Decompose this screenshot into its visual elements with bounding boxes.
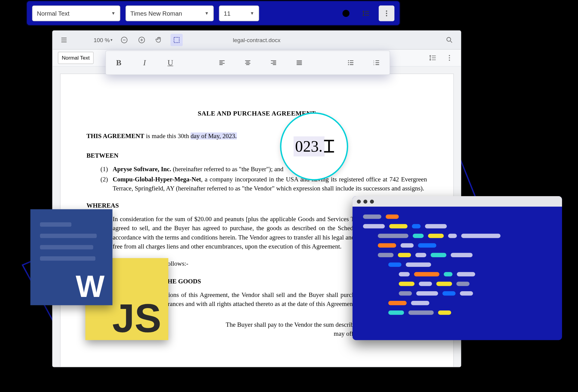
align-justify-button[interactable] bbox=[293, 56, 306, 69]
font-size-label: 11 bbox=[224, 10, 231, 17]
svg-text:1: 1 bbox=[373, 59, 374, 61]
pan-tool-button[interactable] bbox=[153, 34, 165, 46]
paragraph-style-select[interactable]: Normal Text ▼ bbox=[32, 5, 120, 21]
svg-point-11 bbox=[348, 60, 349, 61]
chevron-down-icon: ▾ bbox=[110, 38, 113, 42]
align-right-icon bbox=[269, 59, 277, 66]
party2-name: Compu-Global-Hyper-Mega-Net bbox=[113, 175, 201, 182]
code-line bbox=[363, 253, 552, 257]
window-control-dot bbox=[363, 199, 367, 203]
floating-format-toolbar: B I U 123 bbox=[105, 50, 390, 75]
svg-point-13 bbox=[348, 64, 349, 65]
line-spacing-button-2[interactable] bbox=[427, 52, 439, 64]
list-item: Compu-Global-Hyper-Mega-Net, a company i… bbox=[113, 174, 427, 193]
secondary-style-label: Normal Text bbox=[62, 55, 90, 61]
line-spacing-icon bbox=[429, 54, 437, 62]
zoom-level-display[interactable]: 100 % ▾ bbox=[94, 37, 113, 43]
svg-text:2: 2 bbox=[373, 61, 374, 63]
svg-point-10 bbox=[449, 60, 450, 61]
js-letters: JS bbox=[112, 298, 161, 338]
selected-text[interactable]: day of May, 2023. bbox=[191, 132, 237, 139]
marquee-select-button[interactable] bbox=[170, 34, 183, 46]
code-line bbox=[363, 272, 552, 276]
selection-icon bbox=[172, 36, 180, 44]
paragraph-style-label: Normal Text bbox=[37, 10, 70, 17]
svg-point-2 bbox=[386, 12, 387, 14]
code-line bbox=[363, 310, 552, 315]
menu-button[interactable] bbox=[58, 34, 70, 46]
numbered-list-button[interactable]: 123 bbox=[370, 56, 383, 69]
intro-text: is made this 30th bbox=[144, 132, 191, 139]
intro-paragraph: THIS AGREEMENT is made this 30th day of … bbox=[86, 131, 427, 140]
party1-name: Apryse Software, Inc. bbox=[113, 165, 171, 172]
document-filename: legal-contract.docx bbox=[233, 37, 281, 43]
more-options-button[interactable] bbox=[379, 5, 394, 21]
align-right-button[interactable] bbox=[267, 56, 280, 69]
badge-line bbox=[40, 256, 95, 261]
word-document-badge: W bbox=[30, 209, 113, 305]
svg-text:3: 3 bbox=[373, 63, 374, 66]
minus-circle-icon bbox=[120, 36, 128, 44]
align-center-button[interactable] bbox=[241, 56, 254, 69]
magnified-text: 023. bbox=[294, 136, 325, 156]
align-left-icon bbox=[218, 59, 226, 66]
bullet-list-button[interactable] bbox=[344, 56, 358, 69]
word-w-letter: W bbox=[76, 271, 105, 302]
code-line bbox=[363, 262, 552, 267]
align-center-icon bbox=[244, 59, 252, 66]
window-control-dot bbox=[357, 199, 361, 203]
font-size-select[interactable]: 11 ▼ bbox=[219, 5, 259, 21]
svg-point-1 bbox=[386, 10, 387, 11]
code-editor-window bbox=[353, 196, 562, 340]
more-button-2[interactable] bbox=[443, 52, 456, 64]
zoom-out-button[interactable] bbox=[118, 34, 130, 46]
zoom-in-button[interactable] bbox=[135, 34, 148, 46]
italic-button[interactable]: I bbox=[138, 56, 151, 69]
code-line bbox=[363, 282, 552, 286]
search-button[interactable] bbox=[443, 34, 456, 46]
code-line bbox=[363, 291, 552, 296]
party1-desc: (hereinafter referred to as "the Buyer")… bbox=[171, 165, 284, 172]
hamburger-icon bbox=[60, 36, 68, 44]
bold-button[interactable]: B bbox=[112, 56, 126, 69]
svg-point-9 bbox=[449, 57, 450, 58]
text-cursor-icon: Ꮖ bbox=[324, 136, 335, 156]
font-family-label: Times New Roman bbox=[130, 10, 182, 17]
document-title: SALE AND PURCHASE AGREEMENT bbox=[86, 109, 427, 119]
code-line bbox=[363, 233, 552, 238]
search-icon bbox=[446, 36, 453, 44]
underline-button[interactable]: U bbox=[164, 56, 177, 69]
svg-point-8 bbox=[449, 55, 450, 56]
window-control-dot bbox=[370, 199, 374, 203]
parties-list: Apryse Software, Inc. (hereinafter refer… bbox=[86, 165, 427, 193]
code-line bbox=[363, 243, 552, 248]
badge-line bbox=[40, 245, 93, 249]
badge-line bbox=[40, 222, 71, 227]
text-color-button[interactable] bbox=[339, 6, 353, 20]
svg-point-7 bbox=[447, 37, 451, 41]
chevron-down-icon: ▼ bbox=[205, 11, 209, 15]
align-justify-icon bbox=[295, 59, 303, 66]
color-swatch-icon bbox=[343, 10, 350, 17]
hand-icon bbox=[155, 36, 163, 44]
chevron-down-icon: ▼ bbox=[250, 11, 254, 15]
style-toolbar: Normal Text ▼ Times New Roman ▼ 11 ▼ bbox=[27, 1, 399, 25]
plus-circle-icon bbox=[138, 36, 145, 44]
list-item: Apryse Software, Inc. (hereinafter refer… bbox=[113, 165, 427, 174]
text-magnifier: 023.Ꮖ bbox=[280, 112, 348, 180]
code-line bbox=[363, 214, 552, 219]
svg-rect-6 bbox=[174, 37, 179, 42]
kebab-icon bbox=[446, 54, 453, 62]
intro-bold: THIS AGREEMENT bbox=[86, 132, 144, 139]
viewer-toolbar: 100 % ▾ legal-contract.docx bbox=[53, 31, 461, 49]
bullet-list-icon bbox=[347, 59, 355, 66]
chevron-down-icon: ▼ bbox=[111, 11, 115, 15]
line-spacing-button[interactable] bbox=[359, 6, 373, 20]
secondary-style-select[interactable]: Normal Text bbox=[58, 52, 94, 64]
code-line bbox=[363, 301, 552, 305]
line-spacing-icon bbox=[362, 9, 370, 17]
between-heading: BETWEEN bbox=[86, 151, 427, 160]
font-family-select[interactable]: Times New Roman ▼ bbox=[126, 5, 214, 21]
align-left-button[interactable] bbox=[215, 56, 228, 69]
kebab-icon bbox=[383, 9, 390, 17]
